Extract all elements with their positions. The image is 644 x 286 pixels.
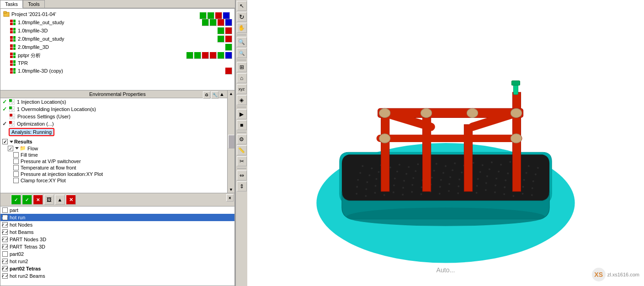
- layer-check-7[interactable]: ✓: [2, 259, 8, 264]
- item-btn-r1[interactable]: [202, 19, 209, 26]
- layer-8[interactable]: ✓ part02 Tetras: [0, 265, 234, 272]
- layer-check-3[interactable]: ✓: [2, 229, 8, 235]
- layer-label-1: hot run: [10, 215, 25, 220]
- rt-arrows-v[interactable]: ⇕: [237, 181, 247, 191]
- toolbar-btn-4[interactable]: [223, 12, 230, 19]
- layer-6[interactable]: part02: [0, 250, 234, 258]
- tree-item-2[interactable]: 1.0tmpfile-3D: [2, 26, 233, 35]
- rt-stop[interactable]: ■: [237, 120, 247, 130]
- item-label-3: 2.0tmpfile_out_study: [18, 36, 64, 42]
- rt-axes[interactable]: xyz: [237, 84, 247, 94]
- layer-4[interactable]: ✓ PART Nodes 3D: [0, 236, 234, 243]
- rt-select[interactable]: ↖: [237, 1, 247, 11]
- env-collapse[interactable]: ▲: [219, 91, 224, 99]
- layer-btn-check2[interactable]: ✓: [22, 195, 32, 205]
- item5-btn-r4[interactable]: [209, 52, 217, 59]
- svg-point-13: [454, 162, 456, 164]
- tree-item-7[interactable]: 1.0tmpfile-3D (copy): [2, 67, 233, 75]
- layer-0[interactable]: part: [0, 207, 234, 214]
- item5-btn-r2[interactable]: [194, 52, 201, 59]
- rt-arrows-h[interactable]: ⇔: [237, 170, 247, 180]
- tree-item-3[interactable]: 2.0tmpfile_out_study: [2, 35, 233, 43]
- env-item-2: ✓ 1 Overmolding Injection Location(s): [0, 106, 234, 113]
- layer-check-4[interactable]: ✓: [2, 237, 8, 242]
- results-expand[interactable]: [10, 141, 13, 143]
- flow-sub-check-4[interactable]: [13, 171, 19, 177]
- toolbar-btn-2[interactable]: [207, 12, 214, 19]
- svg-point-4: [371, 167, 373, 169]
- layer-7[interactable]: ✓ hot run2: [0, 258, 234, 265]
- item2-btn-r2[interactable]: [225, 27, 232, 34]
- tree-item-6[interactable]: TPR: [2, 59, 233, 67]
- svg-point-101: [522, 193, 524, 195]
- layer-check-5[interactable]: ✓: [2, 244, 8, 249]
- rt-pan[interactable]: ✋: [237, 23, 247, 33]
- item5-btn-r5[interactable]: [217, 52, 224, 59]
- rt-clip[interactable]: ✂: [237, 156, 247, 166]
- item-icon-4: [9, 44, 16, 50]
- item-label-1: 1.0tmpfile_out_study: [18, 20, 64, 25]
- item-btn-r2[interactable]: [209, 19, 217, 26]
- rt-zoom-in[interactable]: 🔍: [237, 37, 247, 47]
- layer-check-9[interactable]: ✓: [2, 273, 8, 279]
- rt-perspective[interactable]: ◈: [237, 95, 247, 105]
- tree-item-5[interactable]: pptpr 分析: [2, 51, 233, 59]
- results-check[interactable]: [2, 139, 8, 144]
- layer-check-1[interactable]: ✓: [2, 215, 8, 220]
- rt-home[interactable]: ⌂: [237, 73, 247, 83]
- item-btn-r4[interactable]: [225, 19, 232, 26]
- flow-check[interactable]: [8, 146, 13, 151]
- tab-tasks[interactable]: Tasks: [0, 0, 23, 8]
- layer-btn-up[interactable]: ▲: [55, 195, 65, 205]
- flow-sub-check-2[interactable]: [13, 159, 19, 164]
- flow-sub-check-1[interactable]: [13, 152, 19, 158]
- layer-9[interactable]: ✓ hot run2 Beams: [0, 272, 234, 280]
- scroll-up[interactable]: ▲: [229, 91, 233, 96]
- flow-expand[interactable]: [15, 147, 19, 149]
- env-icon-recycle[interactable]: ♻: [203, 91, 210, 99]
- check-4: ✓: [2, 121, 7, 127]
- layer-5[interactable]: ✓ PART Tetras 3D: [0, 243, 234, 250]
- flow-sub-check-5[interactable]: [13, 178, 19, 183]
- rt-measure[interactable]: 📏: [237, 145, 247, 155]
- rt-play[interactable]: ▶: [237, 109, 247, 119]
- layer-1[interactable]: ✓ hot run: [0, 214, 234, 221]
- layer-2[interactable]: ✓ hot Nodes: [0, 221, 234, 228]
- rt-settings[interactable]: ⚙: [237, 134, 247, 144]
- tab-tools[interactable]: Tools: [23, 0, 45, 8]
- layer-check-0[interactable]: [2, 207, 8, 213]
- item5-btn-r6[interactable]: [225, 52, 232, 59]
- svg-point-115: [511, 108, 522, 117]
- item3-btn-r2[interactable]: [225, 35, 232, 42]
- layer-btn-x[interactable]: ✕: [33, 195, 43, 205]
- item4-btn-r1[interactable]: [225, 43, 232, 51]
- item5-btn-r3[interactable]: [202, 52, 209, 59]
- close-btn[interactable]: ×: [226, 194, 234, 201]
- layer-3[interactable]: ✓ hot Beams: [0, 228, 234, 236]
- item3-btn-r1[interactable]: [217, 35, 224, 42]
- layer-btn-del[interactable]: ✕: [66, 195, 76, 205]
- tree-item-1[interactable]: 1.0tmpfile_out_study: [2, 18, 233, 26]
- toolbar-btn-3[interactable]: [215, 12, 222, 19]
- layer-check-2[interactable]: ✓: [2, 222, 8, 228]
- project-root[interactable]: Project '2021-01-04': [2, 10, 233, 18]
- svg-point-112: [379, 108, 390, 117]
- layer-check-6[interactable]: [2, 251, 8, 257]
- rt-fit[interactable]: ⊞: [237, 62, 247, 72]
- layer-check-8[interactable]: ✓: [2, 266, 8, 271]
- rt-zoom-out[interactable]: 🔍: [237, 48, 247, 58]
- item-icon-6: [9, 60, 16, 66]
- toolbar-btn-1[interactable]: [199, 12, 207, 19]
- flow-sub-check-3[interactable]: [13, 165, 19, 170]
- layer-btn-check[interactable]: ✓: [11, 195, 21, 205]
- env-icon-expand[interactable]: 🔧: [211, 91, 218, 99]
- tree-item-4[interactable]: 2.0tmpfile_3D: [2, 43, 233, 51]
- item7-btn-r1[interactable]: [225, 67, 232, 74]
- item5-btn-r1[interactable]: [186, 52, 193, 59]
- item2-btn-r1[interactable]: [217, 27, 224, 34]
- layer-btn-img[interactable]: 🖼: [44, 195, 54, 205]
- item-btn-r3[interactable]: [217, 19, 224, 26]
- env-item-1: ✓ 1 Injection Location(s): [0, 98, 234, 106]
- rt-rotate[interactable]: ↻: [237, 12, 247, 22]
- scroll-down[interactable]: ▼: [229, 187, 233, 192]
